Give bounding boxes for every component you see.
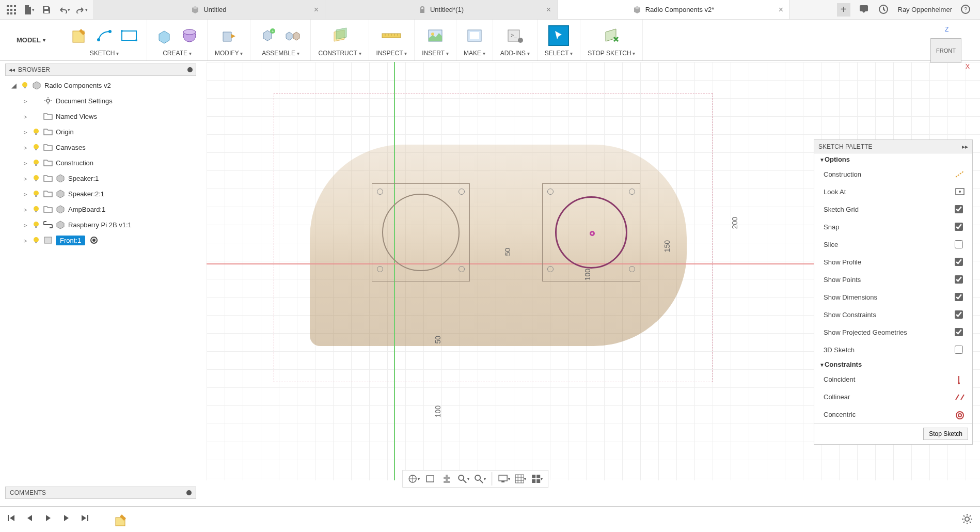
save-icon[interactable]	[40, 4, 53, 16]
ribbon-label[interactable]: ASSEMBLE	[262, 50, 299, 57]
coincident-icon[interactable]	[955, 375, 963, 383]
dimension-label[interactable]: 50	[434, 336, 442, 344]
timeline-settings-icon[interactable]	[961, 513, 974, 526]
fit-icon[interactable]: ▾	[473, 472, 486, 486]
tree-item[interactable]: ▹Front:1	[10, 232, 196, 248]
collapse-icon[interactable]: ◂◂	[9, 66, 15, 73]
palette-section-options[interactable]: Options	[814, 153, 972, 165]
lookat-icon[interactable]	[955, 187, 963, 196]
checkbox[interactable]	[955, 293, 963, 301]
palette-option-row[interactable]: Show Points	[814, 271, 972, 288]
display-settings-icon[interactable]: ▾	[497, 472, 511, 486]
dimension-label[interactable]: 150	[663, 240, 671, 252]
caret-right-icon[interactable]: ▹	[22, 159, 29, 167]
viewcube-face[interactable]: FRONT	[930, 38, 961, 63]
palette-constraint-row[interactable]: Collinear	[814, 388, 972, 405]
palette-constraint-row[interactable]: Coincident	[814, 370, 972, 388]
notifications-icon[interactable]	[859, 4, 870, 15]
dimension-label[interactable]: 100	[434, 405, 442, 417]
panel-options-icon[interactable]	[187, 67, 193, 72]
palette-option-row[interactable]: Look At	[814, 183, 972, 200]
tree-item[interactable]: ▹Speaker:2:1	[10, 186, 196, 201]
rectangle-tool-icon[interactable]	[119, 25, 139, 46]
ribbon-label[interactable]: INSERT	[422, 50, 449, 57]
orbit-icon[interactable]: ▾	[407, 472, 420, 486]
new-component-icon[interactable]: +	[258, 25, 278, 46]
tab-untitled-1[interactable]: Untitled*(1) ×	[325, 0, 558, 19]
stop-sketch-button[interactable]: Stop Sketch	[923, 428, 968, 440]
expand-icon[interactable]: ▸▸	[962, 143, 968, 150]
active-component-radio[interactable]	[90, 237, 98, 244]
zoom-icon[interactable]: ▾	[456, 472, 470, 486]
comments-panel-header[interactable]: COMMENTS	[5, 487, 196, 499]
checkbox[interactable]	[955, 205, 963, 213]
tab-radio-components[interactable]: Radio Components v2* ×	[558, 0, 790, 19]
hole-circle[interactable]	[629, 189, 635, 195]
grid-settings-icon[interactable]: ▾	[514, 472, 527, 486]
tree-item[interactable]: ▹Origin	[10, 124, 196, 139]
caret-right-icon[interactable]: ▹	[22, 97, 29, 105]
palette-option-row[interactable]: Sketch Grid	[814, 200, 972, 218]
stop-sketch-icon[interactable]	[601, 25, 622, 46]
caret-right-icon[interactable]: ▹	[22, 221, 29, 229]
create-sketch-icon[interactable]	[69, 25, 90, 46]
palette-option-row[interactable]: Show Projected Geometries	[814, 323, 972, 341]
hole-circle[interactable]	[629, 266, 635, 272]
caret-right-icon[interactable]: ▹	[22, 113, 29, 120]
palette-option-row[interactable]: Show Profile	[814, 253, 972, 271]
select-tool-icon[interactable]	[548, 25, 569, 46]
press-pull-icon[interactable]	[218, 25, 239, 46]
timeline-feature-sketch-icon[interactable]	[114, 513, 126, 526]
plane-icon[interactable]	[329, 25, 350, 46]
caret-down-icon[interactable]: ◢	[10, 82, 18, 89]
ribbon-label[interactable]: CONSTRUCT	[318, 50, 361, 57]
print-icon-3d[interactable]	[464, 25, 485, 46]
caret-right-icon[interactable]: ▹	[22, 206, 29, 213]
caret-right-icon[interactable]: ▹	[22, 190, 29, 198]
tree-item[interactable]: ▹Canvases	[10, 139, 196, 155]
timeline-end-icon[interactable]	[81, 513, 93, 526]
timeline-play-icon[interactable]	[43, 513, 56, 526]
lightbulb-icon[interactable]	[32, 236, 40, 244]
caret-right-icon[interactable]: ▹	[22, 175, 29, 182]
ribbon-label[interactable]: CREATE	[163, 50, 192, 57]
tab-untitled[interactable]: Untitled ×	[93, 0, 325, 19]
line-tool-icon[interactable]	[94, 25, 115, 46]
job-status-icon[interactable]	[878, 4, 890, 15]
lightbulb-icon[interactable]	[32, 190, 40, 198]
workspace-dropdown[interactable]: MODEL▾	[0, 20, 62, 60]
close-icon[interactable]: ×	[779, 5, 783, 14]
lightbulb-icon[interactable]	[32, 221, 40, 229]
revolve-icon[interactable]	[179, 25, 200, 46]
ribbon-label[interactable]: SKETCH	[90, 50, 119, 57]
checkbox[interactable]	[955, 310, 963, 319]
palette-header[interactable]: SKETCH PALETTE ▸▸	[814, 140, 972, 153]
timeline-step-back-icon[interactable]	[25, 513, 37, 526]
viewcube[interactable]: Z X FRONT	[923, 26, 970, 72]
sketch-rectangle[interactable]	[274, 93, 713, 382]
hole-circle[interactable]	[547, 266, 554, 272]
undo-icon[interactable]: ▾	[58, 4, 70, 16]
close-icon[interactable]: ×	[314, 5, 319, 14]
extrude-icon[interactable]	[154, 25, 175, 46]
viewport-settings-icon[interactable]: ▾	[530, 472, 544, 486]
tree-item[interactable]: ▹Named Views	[10, 108, 196, 124]
joint-icon[interactable]	[282, 25, 303, 46]
checkbox[interactable]	[955, 275, 963, 284]
new-tab-icon[interactable]: +	[837, 3, 850, 17]
close-icon[interactable]: ×	[546, 5, 551, 14]
tree-item[interactable]: ▹Document Settings	[10, 93, 196, 108]
lightbulb-icon[interactable]	[21, 81, 29, 89]
checkbox[interactable]	[955, 240, 963, 248]
construction-icon[interactable]	[955, 170, 963, 178]
ribbon-label[interactable]: SELECT	[545, 50, 573, 57]
checkbox[interactable]	[955, 346, 963, 354]
hole-circle[interactable]	[459, 266, 465, 272]
redo-icon[interactable]: ▾	[75, 4, 88, 16]
dimension-label[interactable]: 100	[583, 269, 592, 280]
sketch-circle-1[interactable]	[382, 194, 460, 271]
ribbon-label[interactable]: MODIFY	[215, 50, 243, 57]
user-name[interactable]: Ray Oppenheimer	[898, 6, 953, 13]
measure-icon[interactable]	[381, 25, 402, 46]
checkbox[interactable]	[955, 223, 963, 231]
